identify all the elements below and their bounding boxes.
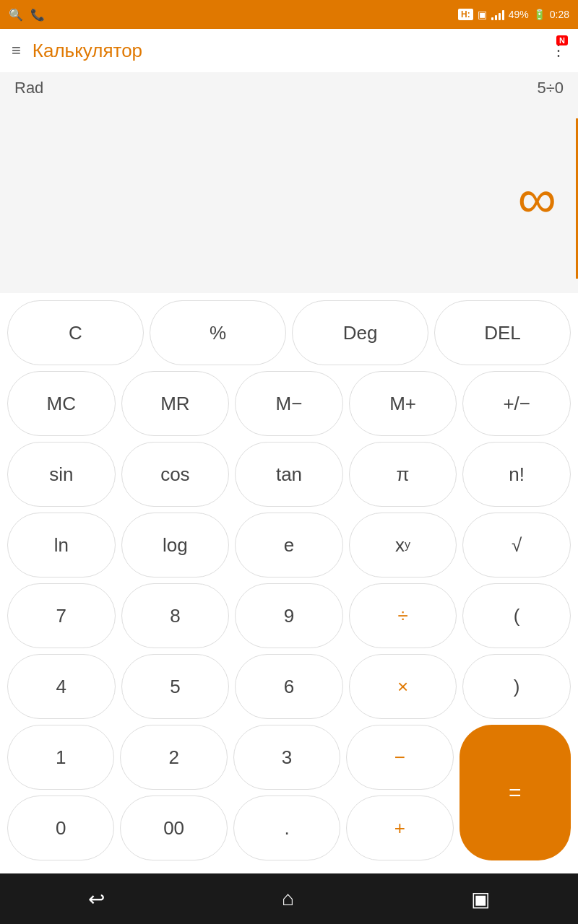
cos-button[interactable]: cos xyxy=(121,442,230,507)
mode-bar: Rad 5÷0 xyxy=(0,72,578,104)
display-area: ∞ xyxy=(0,104,578,293)
minus-button[interactable]: − xyxy=(346,725,453,790)
factorial-button[interactable]: n! xyxy=(462,442,571,507)
header-right: N ⋮ xyxy=(551,41,566,60)
row-7-8-combined: 1 2 3 − 0 00 . + = xyxy=(7,725,571,860)
eight-button[interactable]: 8 xyxy=(121,583,230,648)
six-button[interactable]: 6 xyxy=(235,654,343,719)
angle-mode[interactable]: Rad xyxy=(14,79,43,97)
zero-button[interactable]: 0 xyxy=(7,796,114,860)
notification-badge: N xyxy=(556,35,568,45)
left-number-cols: 1 2 3 − 0 00 . + xyxy=(7,725,454,860)
row-8: 0 00 . + xyxy=(7,796,454,860)
hamburger-menu[interactable]: ≡ xyxy=(12,41,21,60)
row-7: 1 2 3 − xyxy=(7,725,454,790)
mc-button[interactable]: MC xyxy=(7,371,116,436)
row-4: ln log e xy √ xyxy=(7,513,571,578)
home-button[interactable]: ⌂ xyxy=(267,880,309,918)
back-button[interactable]: ↩ xyxy=(74,880,119,918)
decimal-button[interactable]: . xyxy=(233,796,340,860)
power-button[interactable]: xy xyxy=(349,513,457,578)
plus-button[interactable]: + xyxy=(346,796,453,860)
delete-button[interactable]: DEL xyxy=(434,300,571,365)
recents-button[interactable]: ▣ xyxy=(457,880,504,918)
percent-button[interactable]: % xyxy=(150,300,286,365)
multiply-button[interactable]: × xyxy=(349,654,457,719)
two-button[interactable]: 2 xyxy=(120,725,227,790)
three-button[interactable]: 3 xyxy=(233,725,340,790)
open-paren-button[interactable]: ( xyxy=(462,583,571,648)
plusminus-button[interactable]: +/− xyxy=(462,371,571,436)
mr-button[interactable]: MR xyxy=(121,371,230,436)
sqrt-button[interactable]: √ xyxy=(462,513,571,578)
mplus-button[interactable]: M+ xyxy=(349,371,457,436)
row-6: 4 5 6 × ) xyxy=(7,654,571,719)
status-bar: 🔍 📞 H: ▣ 49% 🔋 0:28 xyxy=(0,0,578,29)
seven-button[interactable]: 7 xyxy=(7,583,116,648)
search-icon: 🔍 xyxy=(9,8,23,22)
sim-icon: ▣ xyxy=(478,9,487,20)
app-title: Калькулятор xyxy=(33,40,142,62)
five-button[interactable]: 5 xyxy=(121,654,230,719)
row-3: sin cos tan π n! xyxy=(7,442,571,507)
clear-button[interactable]: C xyxy=(7,300,144,365)
mminus-button[interactable]: M− xyxy=(235,371,343,436)
pi-button[interactable]: π xyxy=(349,442,457,507)
buttons-area: C % Deg DEL MC MR M− M+ +/− sin cos tan … xyxy=(0,293,578,873)
expression-display: 5÷0 xyxy=(537,79,564,97)
four-button[interactable]: 4 xyxy=(7,654,116,719)
status-right-info: H: ▣ 49% 🔋 0:28 xyxy=(458,9,569,20)
log-button[interactable]: log xyxy=(121,513,230,578)
row-1: C % Deg DEL xyxy=(7,300,571,365)
result-display: ∞ xyxy=(518,167,556,230)
phone-icon: 📞 xyxy=(30,8,45,22)
e-button[interactable]: e xyxy=(235,513,343,578)
close-paren-button[interactable]: ) xyxy=(462,654,571,719)
deg-button[interactable]: Deg xyxy=(292,300,428,365)
battery-percent: 49% xyxy=(509,9,529,20)
equals-button[interactable]: = xyxy=(460,725,571,860)
ln-button[interactable]: ln xyxy=(7,513,116,578)
status-left-icons: 🔍 📞 xyxy=(9,8,45,22)
signal-icon xyxy=(491,9,504,20)
nav-bar: ↩ ⌂ ▣ xyxy=(0,873,578,924)
divide-button[interactable]: ÷ xyxy=(349,583,457,648)
tan-button[interactable]: tan xyxy=(235,442,343,507)
sin-button[interactable]: sin xyxy=(7,442,116,507)
app-header: ≡ Калькулятор N ⋮ xyxy=(0,29,578,72)
nine-button[interactable]: 9 xyxy=(235,583,343,648)
row-5: 7 8 9 ÷ ( xyxy=(7,583,571,648)
row-2: MC MR M− M+ +/− xyxy=(7,371,571,436)
double-zero-button[interactable]: 00 xyxy=(120,796,227,860)
h-indicator: H: xyxy=(458,9,473,20)
header-left: ≡ Калькулятор xyxy=(12,40,142,62)
time-display: 0:28 xyxy=(550,9,569,20)
battery-icon: 🔋 xyxy=(533,9,545,20)
one-button[interactable]: 1 xyxy=(7,725,114,790)
